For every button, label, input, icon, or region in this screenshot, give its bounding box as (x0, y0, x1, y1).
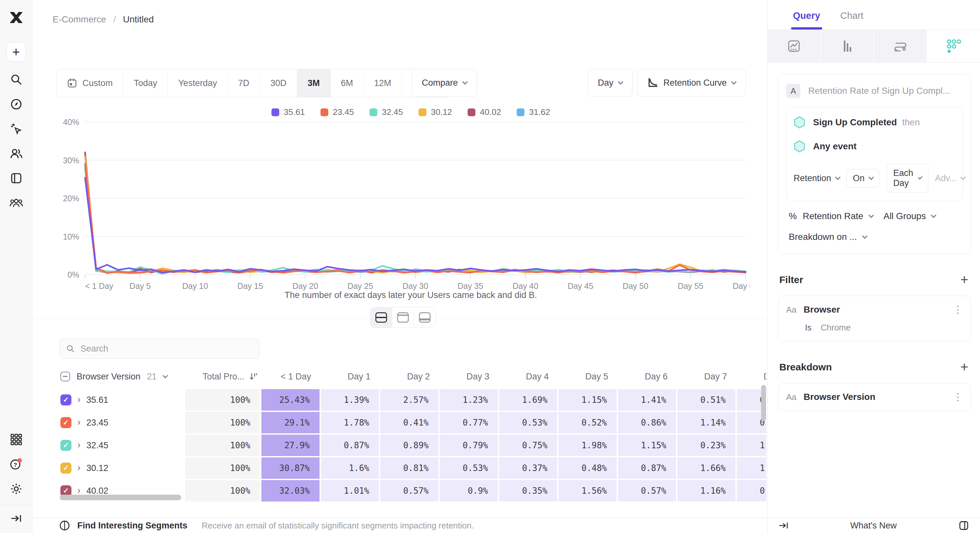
breakdown-card[interactable]: Aa Browser Version ⋮ (778, 383, 971, 411)
filter-value[interactable]: Chrome (821, 323, 850, 333)
add-filter-button[interactable]: + (960, 273, 968, 287)
tab-chart[interactable]: Chart (840, 10, 864, 30)
group-column-header[interactable]: Browser Version (76, 372, 141, 382)
range-yesterday[interactable]: Yesterday (168, 69, 228, 97)
sort-icon[interactable] (249, 372, 258, 381)
advanced-dropdown[interactable]: Adv... (935, 173, 965, 183)
legend-item[interactable]: 31.62 (517, 107, 550, 117)
side-panel-icon[interactable] (959, 520, 969, 531)
breakdown-on-dropdown[interactable]: Breakdown on ... (789, 232, 857, 242)
expand-chevron-icon[interactable]: › (77, 485, 81, 495)
legend-item[interactable]: 30.12 (418, 107, 452, 117)
retention-cell: 0.35% (499, 480, 557, 501)
legend-item[interactable]: 23.45 (320, 107, 354, 117)
x-tick-label: Day 20 (292, 281, 318, 290)
row-label[interactable]: 35.61 (86, 395, 108, 405)
create-new-button[interactable]: + (6, 42, 26, 62)
row-checkbox[interactable]: ✓ (60, 394, 72, 405)
collapse-panel-icon[interactable] (779, 521, 788, 530)
column-header-day-6[interactable]: Day 6 (618, 372, 677, 382)
legend-item[interactable]: 35.61 (272, 107, 305, 117)
column-header-day-2[interactable]: Day 2 (380, 372, 440, 382)
each-day-dropdown[interactable]: Each Day (886, 164, 929, 192)
find-segments-button[interactable]: Find Interesting Segments (77, 521, 187, 531)
tab-query[interactable]: Query (793, 10, 820, 30)
breadcrumb-project[interactable]: E-Commerce (52, 14, 106, 25)
apps-grid-icon[interactable] (10, 433, 23, 446)
settings-gear-icon[interactable] (10, 482, 23, 496)
event-step-2[interactable]: Any event (794, 140, 955, 153)
breakdown-menu-icon[interactable]: ⋮ (953, 394, 963, 400)
retention-type-dropdown[interactable]: Retention (794, 173, 840, 183)
discover-compass-icon[interactable] (10, 97, 23, 111)
boards-icon[interactable] (10, 171, 23, 185)
events-cursor-icon[interactable] (10, 122, 23, 136)
select-all-checkbox[interactable] (60, 372, 70, 381)
chart-type-button[interactable]: Retention Curve (637, 69, 746, 97)
column-header-<-1-day[interactable]: < 1 Day (261, 372, 321, 382)
compare-button[interactable]: Compare (412, 69, 477, 97)
event-step-1[interactable]: Sign Up Completed then (794, 116, 955, 129)
total-column-header[interactable]: Total Pro... (203, 372, 245, 382)
column-header-day-3[interactable]: Day 3 (440, 372, 499, 382)
layout-table-view-button[interactable] (414, 308, 436, 328)
range-today[interactable]: Today (123, 69, 168, 97)
retention-dots-icon (946, 39, 961, 54)
granularity-button[interactable]: Day (588, 69, 633, 97)
add-breakdown-button[interactable]: + (960, 360, 968, 374)
range-6m[interactable]: 6M (331, 69, 364, 97)
filter-property[interactable]: Browser (804, 305, 840, 315)
range-12m[interactable]: 12M (364, 69, 402, 97)
query-title[interactable]: Retention Rate of Sign Up Compl... (808, 86, 950, 96)
flows-report-button[interactable] (874, 30, 928, 62)
column-header-day-5[interactable]: Day 5 (558, 372, 618, 382)
expand-chevron-icon[interactable]: › (77, 463, 81, 472)
layout-split-view-button[interactable] (371, 308, 392, 328)
breadcrumb-report-name[interactable]: Untitled (123, 14, 154, 25)
column-header-day-4[interactable]: Day 4 (499, 372, 558, 382)
layout-chart-view-button[interactable] (392, 308, 414, 328)
cohorts-icon[interactable] (10, 196, 23, 210)
row-checkbox[interactable]: ✓ (60, 417, 72, 428)
collapse-sidebar-icon[interactable] (10, 512, 23, 525)
column-header-day-1[interactable]: Day 1 (321, 372, 380, 382)
whats-new-link[interactable]: What's New (850, 521, 897, 531)
insights-report-button[interactable] (768, 30, 821, 62)
row-label[interactable]: 23.45 (86, 418, 108, 428)
row-label[interactable]: 30.12 (86, 463, 108, 473)
series-line-30.12 (85, 157, 746, 273)
row-checkbox[interactable]: ✓ (60, 440, 72, 451)
row-label[interactable]: 40.02 (86, 486, 108, 496)
filter-card[interactable]: Aa Browser ⋮ Is Chrome (778, 296, 971, 341)
column-header-day-8[interactable]: Day 8 (737, 372, 766, 382)
range-3m[interactable]: 3M (297, 69, 331, 97)
filter-menu-icon[interactable]: ⋮ (953, 307, 963, 313)
help-icon[interactable]: ? (10, 457, 23, 471)
retention-cell: 1.98% (558, 435, 617, 456)
groups-dropdown[interactable]: All Groups (883, 211, 926, 221)
column-header-day-7[interactable]: Day 7 (677, 372, 737, 382)
vertical-scrollbar[interactable] (761, 385, 766, 421)
search-input[interactable] (80, 343, 253, 354)
mixpanel-logo-icon[interactable] (7, 8, 25, 27)
legend-item[interactable]: 32.45 (369, 107, 403, 117)
funnels-report-button[interactable] (821, 30, 874, 62)
legend-item[interactable]: 40.02 (468, 107, 501, 117)
chevron-down-icon[interactable] (162, 373, 168, 379)
users-icon[interactable] (10, 147, 23, 160)
row-label[interactable]: 32.45 (86, 441, 108, 451)
breakdown-property[interactable]: Browser Version (804, 392, 875, 402)
expand-chevron-icon[interactable]: › (77, 394, 81, 404)
range-custom[interactable]: Custom (57, 69, 123, 97)
range-30d[interactable]: 30D (260, 69, 298, 97)
retention-report-button[interactable] (928, 30, 980, 62)
horizontal-scrollbar[interactable] (60, 495, 181, 500)
search-nav-icon[interactable] (10, 73, 23, 86)
expand-chevron-icon[interactable]: › (77, 440, 81, 450)
filter-operator[interactable]: Is (805, 323, 811, 333)
row-checkbox[interactable]: ✓ (60, 463, 72, 474)
on-dropdown[interactable]: On (846, 169, 880, 188)
range-7d[interactable]: 7D (228, 69, 260, 97)
expand-chevron-icon[interactable]: › (77, 417, 81, 427)
measure-dropdown[interactable]: Retention Rate (803, 211, 864, 221)
